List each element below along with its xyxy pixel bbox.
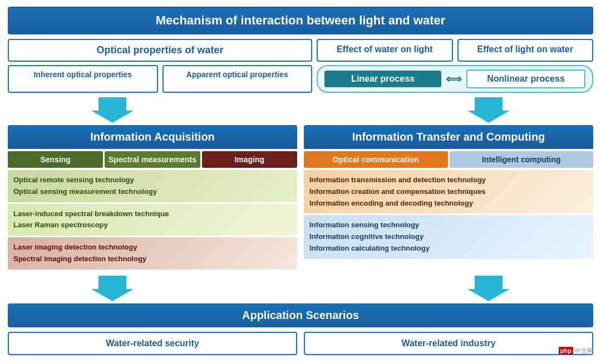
bottom-down-arrows-section: [8, 276, 593, 301]
imaging-text-line2: Spectral imaging detection technology: [13, 255, 146, 263]
tab-optical-comm[interactable]: Optical communication: [304, 151, 448, 168]
bottom-right-down-arrow-icon: [467, 276, 510, 301]
water-industry-box: Water-related industry: [304, 332, 593, 355]
comm-text-line2: Information creation and compensation te…: [309, 187, 485, 196]
info-transfer-section: Information Transfer and Computing Optic…: [304, 125, 593, 271]
intelligent-text-line1: Information sensing technology: [309, 221, 419, 229]
spectral-content: Laser-induced spectral breakdown techniq…: [8, 204, 297, 236]
effect-water-on-light-box: Effect of water on light: [317, 39, 452, 62]
linear-process-box: Linear process: [324, 71, 441, 87]
bottom-left-down-arrow-icon: [91, 276, 134, 301]
apparent-optical-box: Apparent optical properties: [162, 65, 313, 93]
bidirectional-arrow-icon: ⟺: [441, 72, 466, 86]
transfer-tabs: Optical communication Intelligent comput…: [304, 151, 593, 168]
intelligent-text-line3: Information calculating technology: [309, 244, 430, 252]
tab-intelligent[interactable]: Intelligent computing: [450, 151, 594, 168]
php-label: php: [559, 347, 573, 355]
linear-nonlinear-container: Linear process ⟺ Nonlinear process: [317, 65, 593, 93]
watermark-text: 中文网: [575, 347, 593, 354]
info-acquisition-header: Information Acquisition: [8, 125, 297, 149]
comm-content: Information transmission and detection t…: [304, 170, 593, 213]
nonlinear-process-box: Nonlinear process: [466, 69, 585, 88]
intelligent-content: Information sensing technology Informati…: [304, 215, 593, 258]
inherent-optical-box: Inherent optical properties: [8, 65, 158, 93]
comm-text-line3: Information encoding and decoding techno…: [309, 199, 473, 207]
effect-light-on-water-box: Effect of light on water: [457, 39, 593, 62]
top-banner: Mechanism of interaction between light a…: [8, 7, 593, 34]
acquisition-tabs: Sensing Spectral measurements Imaging: [8, 151, 297, 168]
right-down-arrow-icon: [467, 97, 510, 123]
sensing-text-line1: Optical remote sensing technology: [13, 176, 134, 184]
sensing-text-line2: Optical sensing measurement technology: [13, 187, 157, 196]
imaging-text-line1: Laser imaging detection technology: [13, 243, 137, 251]
optical-properties-box: Optical properties of water: [8, 39, 312, 62]
application-row: Water-related security Water-related ind…: [8, 332, 593, 355]
tab-spectral[interactable]: Spectral measurements: [105, 151, 200, 168]
info-transfer-header: Information Transfer and Computing: [304, 125, 593, 149]
application-scenarios-banner: Application Scenarios: [8, 303, 593, 327]
down-arrows-section: [8, 97, 593, 123]
watermark: php 中文网: [559, 347, 593, 355]
comm-text-line1: Information transmission and detection t…: [309, 176, 486, 184]
tab-sensing[interactable]: Sensing: [8, 151, 103, 168]
spectral-text-line1: Laser-induced spectral breakdown techniq…: [13, 210, 169, 218]
info-acquisition-section: Information Acquisition Sensing Spectral…: [8, 125, 297, 271]
water-security-box: Water-related security: [8, 332, 297, 355]
spectral-text-line2: Laser Raman spectroscopy: [13, 221, 108, 229]
intelligent-text-line2: Information cognitive technology: [309, 232, 423, 241]
tab-imaging[interactable]: Imaging: [202, 151, 297, 168]
sensing-content: Optical remote sensing technology Optica…: [8, 170, 297, 202]
imaging-content: Laser imaging detection technology Spect…: [8, 237, 297, 270]
left-down-arrow-icon: [91, 97, 134, 123]
